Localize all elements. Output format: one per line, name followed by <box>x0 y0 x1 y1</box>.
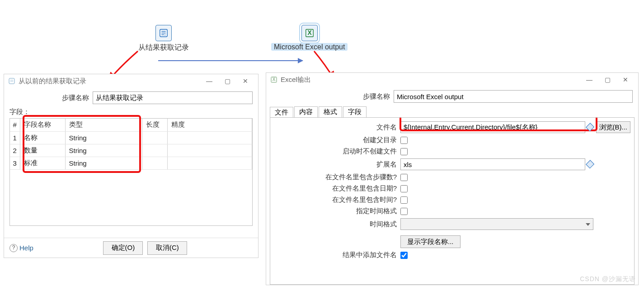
grid-header-row: # 字段名称 类型 长度 精度 <box>10 119 252 131</box>
specify-time-format-checkbox[interactable] <box>400 208 408 215</box>
include-step-checkbox[interactable] <box>400 174 408 181</box>
excel-icon: X <box>270 76 278 84</box>
step-name-input[interactable] <box>394 90 633 103</box>
tab-format[interactable]: 格式 <box>319 106 342 117</box>
cancel-button[interactable]: 取消(C) <box>147 241 187 255</box>
table-row[interactable]: 2数量String <box>10 144 252 157</box>
no-create-start-label: 启动时不创建文件 <box>274 147 400 156</box>
extension-label: 扩展名 <box>274 160 400 169</box>
add-to-result-checkbox[interactable] <box>400 252 408 259</box>
browse-button[interactable]: 浏览(B)... <box>596 121 631 133</box>
no-create-start-checkbox[interactable] <box>400 148 408 155</box>
include-date-checkbox[interactable] <box>400 185 408 192</box>
maximize-button[interactable]: ▢ <box>218 77 236 85</box>
flow-node-label: 从结果获取记录 <box>138 43 189 51</box>
filename-label: 文件名 <box>274 123 400 132</box>
include-step-label: 在文件名里包含步骤数? <box>274 173 400 182</box>
flow-node-rows-from-result[interactable]: 从结果获取记录 <box>138 25 189 53</box>
rows-from-result-dialog: 从以前的结果获取记录 — ▢ ✕ 步骤名称 字段： # 字段名称 类型 长度 精… <box>4 74 259 258</box>
dialog-footer: Help 确定(O) 取消(C) <box>4 238 258 258</box>
time-format-dropdown[interactable] <box>400 218 593 230</box>
rows-from-result-icon <box>155 25 172 41</box>
variable-indicator-icon <box>586 160 594 168</box>
hop-arrow <box>158 60 303 61</box>
step-name-label: 步骤名称 <box>272 92 394 101</box>
dialog-title: Excel输出 <box>281 76 311 84</box>
flow-node-label: Microsoft Excel output <box>271 43 348 51</box>
step-name-label: 步骤名称 <box>9 94 93 102</box>
ok-button[interactable]: 确定(O) <box>103 241 143 255</box>
minimize-button[interactable]: — <box>200 77 218 85</box>
tab-bar: 文件 内容 格式 字段 <box>270 106 635 117</box>
tab-panel-file: 文件名 浏览(B)... 创建父目录 启动时不创建文件 扩展名 在文件名里包含步… <box>270 117 635 285</box>
include-date-label: 在文件名里包含日期? <box>274 184 400 193</box>
include-time-checkbox[interactable] <box>400 196 408 204</box>
close-button[interactable]: ✕ <box>236 77 254 85</box>
table-row[interactable]: 1名称String <box>10 131 252 144</box>
extension-input[interactable] <box>400 158 585 170</box>
help-link[interactable]: Help <box>9 244 33 252</box>
flow-canvas[interactable]: 从结果获取记录 X Microsoft Excel output <box>0 25 644 70</box>
excel-output-icon: X <box>301 25 318 41</box>
show-field-names-button[interactable]: 显示字段名称... <box>400 235 461 248</box>
svg-text:X: X <box>307 29 312 36</box>
excel-output-dialog: X Excel输出 — ▢ ✕ 步骤名称 文件 内容 格式 字段 文件名 浏览(… <box>266 72 639 285</box>
step-name-input[interactable] <box>93 91 253 104</box>
filename-input[interactable] <box>400 121 585 133</box>
include-time-label: 在文件名里包含时间? <box>274 196 400 204</box>
table-row[interactable]: 3标准String <box>10 157 252 169</box>
fields-label: 字段： <box>9 108 253 116</box>
add-to-result-label: 结果中添加文件名 <box>274 251 400 259</box>
specify-time-format-label: 指定时间格式 <box>274 207 400 215</box>
tab-file[interactable]: 文件 <box>270 107 293 118</box>
rows-from-result-icon <box>8 77 16 85</box>
tab-content[interactable]: 内容 <box>294 106 318 117</box>
maximize-button[interactable]: ▢ <box>598 76 616 83</box>
tab-fields[interactable]: 字段 <box>343 106 367 117</box>
dialog-titlebar[interactable]: X Excel输出 — ▢ ✕ <box>266 73 638 86</box>
fields-grid[interactable]: # 字段名称 类型 长度 精度 1名称String 2数量String 3标准S… <box>9 118 253 226</box>
dialog-titlebar[interactable]: 从以前的结果获取记录 — ▢ ✕ <box>4 74 258 88</box>
svg-text:X: X <box>273 77 276 82</box>
flow-node-excel-output[interactable]: X Microsoft Excel output <box>271 25 348 51</box>
svg-rect-6 <box>9 78 14 84</box>
create-parent-label: 创建父目录 <box>274 136 400 144</box>
dialog-title: 从以前的结果获取记录 <box>19 77 86 86</box>
close-button[interactable]: ✕ <box>616 76 635 83</box>
watermark: CSDN @沙漏无语 <box>580 275 636 283</box>
create-parent-checkbox[interactable] <box>400 137 408 144</box>
minimize-button[interactable]: — <box>580 76 598 83</box>
time-format-label: 时间格式 <box>274 220 400 229</box>
